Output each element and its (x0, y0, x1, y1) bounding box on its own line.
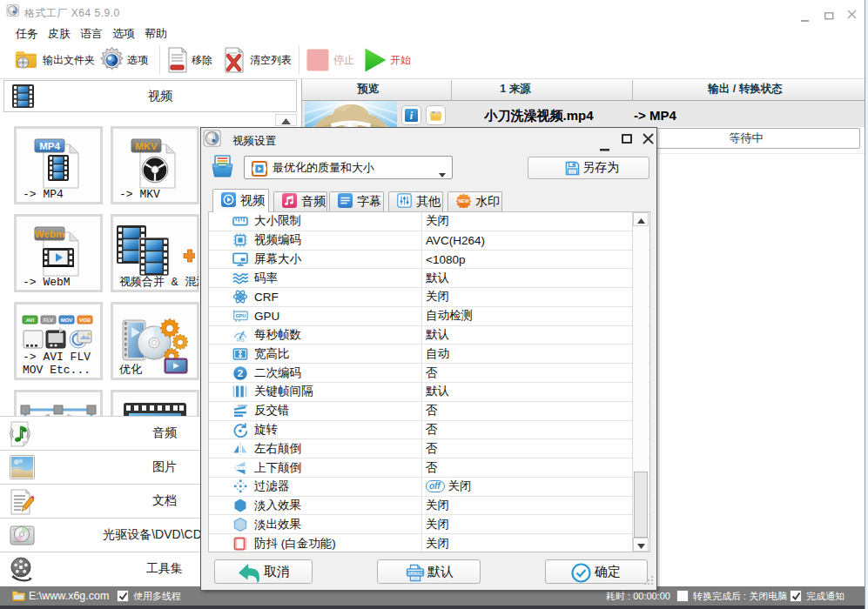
close-button[interactable] (847, 9, 857, 22)
deinterlace-icon (232, 403, 248, 418)
keyframe-icon (232, 384, 248, 399)
multithread-checkbox[interactable] (117, 590, 129, 602)
scroll-down-arrow[interactable] (633, 538, 649, 552)
toolkit-reel-icon (10, 557, 35, 585)
profile-tray-icon[interactable] (211, 154, 234, 182)
settings-row[interactable]: 宽高比 自动 (209, 345, 649, 364)
svg-text:AVI: AVI (26, 318, 35, 323)
file-info-button[interactable]: i (401, 105, 421, 125)
column-output-status[interactable]: 输出 / 转换状态 (708, 82, 782, 97)
svg-text:VOB: VOB (79, 318, 91, 323)
output-path[interactable]: E:\www.x6g.com (29, 590, 109, 602)
rotate-icon (232, 422, 248, 438)
notify-label[interactable]: 完成通知 (806, 590, 844, 603)
dialog-title: 视频设置 (232, 134, 276, 149)
stabilize-icon (232, 536, 248, 552)
shutdown-checkbox[interactable] (676, 590, 689, 602)
sidebar-section-video[interactable]: 视频 (3, 80, 297, 112)
format-tile[interactable]: AVIFLVMOVVOB -> AVI FLV MOV Etc... (14, 302, 103, 380)
settings-value: AVC(H264) (426, 234, 485, 247)
remove-button[interactable]: 移除 (192, 53, 212, 68)
settings-row[interactable]: 反交错 否 (209, 402, 649, 421)
stop-button[interactable]: 停止 (333, 53, 354, 68)
settings-row[interactable]: 关键帧间隔 默认 (209, 383, 649, 402)
format-tile[interactable]: 视频合并 & 混流 (111, 214, 199, 292)
video-encode-icon (232, 232, 248, 248)
cancel-button[interactable]: 取消 (214, 559, 313, 584)
column-preview[interactable]: 预览 (358, 82, 380, 97)
settings-row[interactable]: 旋转 否 (209, 421, 649, 440)
profile-film-icon (252, 161, 267, 179)
divider (657, 153, 868, 154)
tab[interactable]: 视频 (212, 189, 269, 212)
settings-value: 否 (426, 441, 438, 457)
document-icon (10, 489, 34, 518)
scrollbar-thumb[interactable] (634, 472, 648, 538)
toolbar: 输出文件夹 选项 移除 清空列表 停止 开始 (0, 42, 868, 79)
settings-value: 否 (426, 460, 438, 476)
dialog-resize-grip[interactable] (644, 575, 654, 588)
format-tile[interactable]: Webm -> WebM (14, 214, 103, 292)
fade-out-icon (232, 517, 248, 532)
dialog-minimize-button[interactable] (600, 142, 610, 155)
format-tile[interactable]: 优化 (111, 302, 199, 380)
notify-checkbox[interactable] (790, 590, 802, 602)
default-button[interactable]: DEFAULT 默认 (377, 559, 481, 584)
size-limit-icon (232, 213, 248, 229)
settings-row[interactable]: 过滤器 off关闭 (209, 478, 649, 497)
dialog-close-button[interactable] (643, 133, 654, 147)
output-folder-button[interactable]: 输出文件夹 (43, 53, 95, 68)
settings-row[interactable]: 视频编码 AVC(H264) (209, 231, 649, 251)
format-tile[interactable]: MP4 -> MP4 (14, 126, 103, 204)
format-tile[interactable]: MKV -> MKV (111, 126, 199, 204)
save-as-label: 另存为 (582, 160, 619, 176)
file-output-format: -> MP4 (634, 108, 676, 123)
mp4-file-icon: MP4 (33, 137, 84, 196)
start-button[interactable]: 开始 (390, 53, 411, 68)
audio-tab-icon (282, 193, 297, 211)
column-divider[interactable] (451, 80, 452, 100)
save-as-button[interactable]: 另存为 (528, 157, 649, 179)
menu-item[interactable]: 语言 (80, 26, 103, 42)
tab[interactable]: 音频 (273, 191, 327, 211)
scroll-up-arrow[interactable] (633, 212, 649, 226)
dialog-scrollbar[interactable] (632, 212, 649, 552)
settings-row[interactable]: 淡出效果 关闭 (209, 515, 649, 534)
undo-arrow-icon (238, 563, 260, 586)
menu-item[interactable]: 选项 (112, 26, 135, 42)
dialog-maximize-button[interactable] (622, 134, 633, 147)
toolbar-separator (299, 45, 299, 75)
settings-value: 默认 (426, 327, 449, 343)
settings-row[interactable]: 2 二次编码 否 (209, 364, 649, 383)
profile-dropdown[interactable]: 最优化的质量和大小 (244, 156, 453, 179)
other-tab-icon (397, 193, 412, 211)
multithread-label[interactable]: 使用多线程 (133, 590, 181, 603)
menu-item[interactable]: 皮肤 (48, 26, 71, 42)
grid-scroll-up-button[interactable] (275, 114, 297, 126)
column-divider[interactable] (632, 80, 633, 100)
column-source[interactable]: 1 来源 (500, 82, 530, 97)
ok-button[interactable]: 确定 (545, 559, 648, 584)
file-name[interactable]: 小刀洗澡视频.mp4 (484, 108, 593, 124)
settings-row[interactable]: FPS 每秒帧数 默认 (209, 326, 649, 345)
maximize-button[interactable] (824, 10, 834, 23)
settings-row[interactable]: 淡入效果 关闭 (209, 497, 649, 516)
settings-row[interactable]: 大小限制 关闭 (209, 212, 649, 231)
settings-row[interactable]: GPU GPU 自动检测 (209, 307, 649, 326)
clear-list-button[interactable]: 清空列表 (250, 53, 292, 68)
tab[interactable]: 其他 (388, 191, 443, 211)
tab[interactable]: 字幕 (329, 191, 384, 211)
shutdown-label[interactable]: 转换完成后 : 关闭电脑 (693, 590, 787, 603)
settings-row[interactable]: 防抖 (白金功能) 关闭 (209, 534, 649, 552)
settings-row[interactable]: 左右颠倒 否 (209, 439, 649, 458)
settings-row[interactable]: 屏幕大小 <1080p (209, 251, 649, 270)
options-button[interactable]: 选项 (127, 53, 148, 68)
menu-item[interactable]: 任务 (16, 26, 38, 42)
menu-item[interactable]: 帮助 (145, 26, 167, 42)
settings-row[interactable]: 上下颠倒 否 (209, 458, 649, 478)
settings-row[interactable]: CRF 关闭 (209, 288, 649, 307)
file-preview-thumbnail[interactable] (305, 101, 397, 130)
settings-row[interactable]: 码率 默认 (209, 269, 649, 288)
open-folder-button[interactable] (426, 105, 446, 125)
tab[interactable]: NEW 水印 (447, 191, 502, 211)
